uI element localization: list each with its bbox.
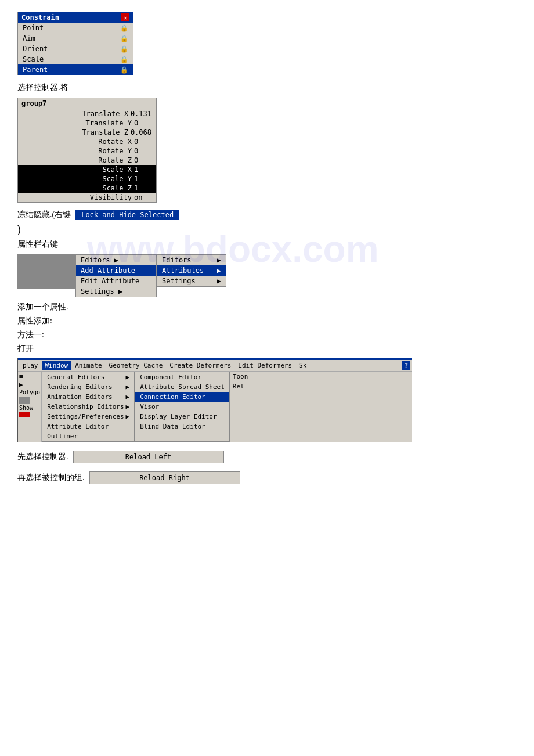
group7-value-ty: 0 [134, 119, 151, 127]
zh-freeze-label: 冻结隐藏.(右键 [17, 210, 71, 220]
group7-value-sz: 1 [134, 184, 151, 192]
group7-label-sy: Scale Y [80, 175, 132, 183]
group7-panel: group7 Translate X 0.131 Translate Y 0 T… [17, 98, 157, 203]
group7-row-ty: Translate Y 0 [18, 118, 156, 128]
left-toolbar: ≡ ▶ Polygo Show [18, 372, 42, 442]
submenu-blind-data-editor[interactable]: Blind Data Editor [135, 422, 229, 431]
toolbar-icon-1[interactable]: ≡ [19, 373, 40, 380]
zh-attr-right-click-label: 属性栏右键 [17, 240, 58, 249]
submenu-attr-spread-sheet[interactable]: Attribute Spread Sheet [135, 382, 229, 392]
menubar-edit-deformers[interactable]: Edit Deformers [234, 361, 295, 370]
zh-select-ctrl-label: 选择控制器.将 [17, 82, 517, 93]
group7-row-rz: Rotate Z 0 [18, 156, 156, 165]
lock-icon-parent: 🔒 [120, 66, 128, 74]
group7-value-rx: 0 [134, 138, 151, 146]
submenu-visor[interactable]: Visor [135, 402, 229, 412]
context-submenu-editors[interactable]: Editors ▶ [157, 255, 226, 265]
menubar-question-mark[interactable]: ? [402, 361, 410, 370]
maya-menubar: play Window Animate Geometry Cache Creat… [18, 360, 412, 371]
submenu-attribute-editor[interactable]: Attribute Editor [42, 422, 134, 431]
paren-label: ) [17, 224, 517, 236]
zh-add-attr-label: 添加一个属性. [17, 302, 517, 312]
reload-left-section: 先选择控制器. Reload Left [17, 451, 517, 463]
group7-row-sx[interactable]: Scale X 1 [18, 165, 156, 174]
zh-method-one-label: 方法一: [17, 330, 517, 340]
context-menu-edit-attribute[interactable]: Edit Attribute [76, 276, 156, 286]
submenu-main-area: General Editors▶ Rendering Editors▶ Anim… [42, 372, 412, 442]
zh-attr-add-label: 属性添加: [17, 316, 517, 326]
toolbar-shape-1 [19, 397, 30, 404]
menubar-animate[interactable]: Animate [71, 361, 105, 370]
zh-open-label: 打开 [17, 344, 517, 354]
group7-value-sx: 1 [134, 165, 151, 174]
reload-right-section: 再选择被控制的组. Reload Right [17, 471, 517, 484]
menubar-sk[interactable]: Sk [295, 361, 310, 370]
group7-label-tx: Translate X [76, 110, 128, 118]
menubar-create-deformers[interactable]: Create Deformers [166, 361, 234, 370]
menubar-play[interactable]: play [19, 361, 42, 370]
group7-row-rx: Rotate X 0 [18, 137, 156, 146]
context-menu-background [17, 254, 75, 289]
submenu-animation-editors[interactable]: Animation Editors▶ [42, 392, 134, 402]
group7-row-vis: Visibility on [18, 193, 156, 202]
constrain-item-scale[interactable]: Scale 🔒 [18, 54, 133, 64]
group7-value-sy: 1 [134, 175, 151, 183]
toolbar-label-polygo: Polygo [19, 389, 40, 395]
submenu-relationship-editors[interactable]: Relationship Editors▶ [42, 402, 134, 412]
submenu-outliner[interactable]: Outliner [42, 431, 134, 441]
group7-row-tx: Translate X 0.131 [18, 109, 156, 118]
group7-value-tz: 0.068 [131, 128, 151, 136]
constrain-title-label: Constrain [21, 13, 59, 21]
group7-label-rx: Rotate X [80, 138, 132, 146]
lock-hide-button[interactable]: Lock and Hide Selected [75, 210, 179, 220]
context-submenu-attributes[interactable]: Attributes ▶ [157, 265, 226, 276]
context-menu-add-attribute[interactable]: Add Attribute [76, 265, 156, 276]
lock-icon-aim: 🔒 [120, 35, 128, 42]
context-submenu-settings[interactable]: Settings ▶ [157, 276, 226, 286]
submenu-display-layer-editor[interactable]: Display Layer Editor [135, 412, 229, 422]
context-menu-settings[interactable]: Settings ▶ [76, 286, 156, 297]
side-label-toon: Toon [230, 372, 251, 381]
lock-icon-point: 🔒 [120, 24, 128, 32]
group7-row-sz[interactable]: Scale Z 1 [18, 183, 156, 193]
group7-label-rz: Rotate Z [80, 156, 132, 164]
group7-row-tz: Translate Z 0.068 [18, 128, 156, 137]
submenu-settings-prefs[interactable]: Settings/Preferences▶ [42, 412, 134, 422]
maya-toolbar-area: ≡ ▶ Polygo Show General Editors▶ Renderi [18, 371, 412, 442]
side-label-rel: Rel [230, 381, 251, 391]
constrain-item-point[interactable]: Point 🔒 [18, 23, 133, 33]
context-submenu: Editors ▶ Attributes ▶ Settings ▶ [157, 254, 226, 287]
reload-right-button[interactable]: Reload Right [89, 471, 240, 484]
group7-value-rz: 0 [134, 156, 151, 164]
lock-icon-scale: 🔒 [120, 56, 128, 63]
zh-select-group-label: 再选择被控制的组. [17, 473, 85, 483]
menubar-window[interactable]: Window [42, 361, 72, 370]
toolbar-icon-2[interactable]: ▶ [19, 381, 40, 388]
group7-label-sz: Scale Z [80, 184, 132, 192]
submenu-component-editor[interactable]: Component Editor [135, 372, 229, 382]
constrain-item-orient[interactable]: Orient 🔒 [18, 44, 133, 54]
context-menu-editors[interactable]: Editors ▶ [76, 255, 156, 265]
constrain-panel: Constrain ✕ Point 🔒 Aim 🔒 Orient 🔒 Scale… [17, 12, 134, 75]
submenu-panels: General Editors▶ Rendering Editors▶ Anim… [42, 372, 412, 442]
constrain-close-button[interactable]: ✕ [121, 13, 129, 21]
group7-label-ty: Translate Y [80, 119, 132, 127]
group7-label-ry: Rotate Y [80, 147, 132, 155]
submenu-rendering-editors[interactable]: Rendering Editors▶ [42, 382, 134, 392]
group7-row-ry: Rotate Y 0 [18, 146, 156, 156]
menubar-geometry-cache[interactable]: Geometry Cache [106, 361, 167, 370]
group7-label-tz: Translate Z [76, 128, 128, 136]
lock-icon-orient: 🔒 [120, 45, 128, 53]
side-labels: Toon Rel [230, 372, 251, 442]
constrain-item-parent[interactable]: Parent 🔒 [18, 64, 133, 75]
submenu-connection-editor[interactable]: Connection Editor [135, 392, 229, 402]
toolbar-shape-2 [19, 412, 30, 417]
constrain-title-bar: Constrain ✕ [18, 12, 133, 23]
reload-left-button[interactable]: Reload Left [73, 451, 224, 463]
constrain-item-aim[interactable]: Aim 🔒 [18, 33, 133, 44]
submenu-right-panel: Component Editor Attribute Spread Sheet … [135, 372, 230, 442]
group7-row-sy[interactable]: Scale Y 1 [18, 174, 156, 183]
group7-label-vis: Visibility [80, 193, 132, 201]
submenu-general-editors[interactable]: General Editors▶ [42, 372, 134, 382]
context-menu-area: Editors ▶ Add Attribute Edit Attribute S… [17, 254, 517, 297]
